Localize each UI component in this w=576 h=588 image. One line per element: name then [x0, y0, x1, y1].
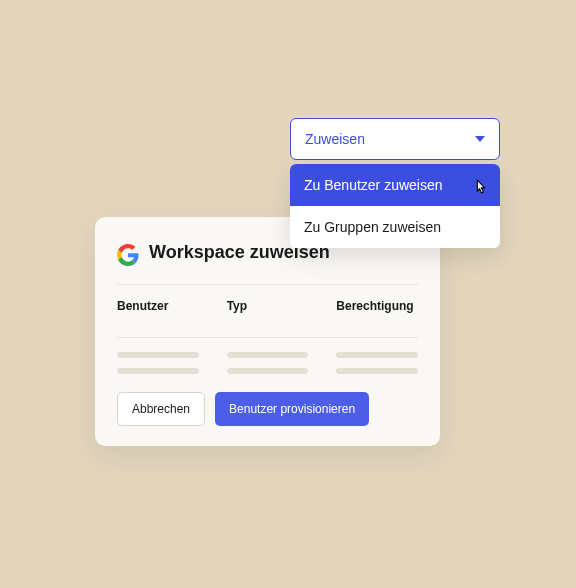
cancel-button[interactable]: Abbrechen	[117, 392, 205, 426]
assign-dropdown-label: Zuweisen	[305, 131, 365, 147]
dropdown-item-assign-user[interactable]: Zu Benutzer zuweisen	[290, 164, 500, 206]
dropdown-item-label: Zu Benutzer zuweisen	[304, 177, 443, 193]
column-permission: Berechtigung	[336, 299, 418, 313]
button-row: Abbrechen Benutzer provisionieren	[117, 392, 418, 426]
google-logo-icon	[117, 244, 139, 266]
workspace-assign-card: Workspace zuweisen Benutzer Typ Berechti…	[95, 217, 440, 446]
table-row	[117, 352, 418, 358]
dropdown-item-label: Zu Gruppen zuweisen	[304, 219, 441, 235]
column-user: Benutzer	[117, 299, 199, 313]
table-header: Benutzer Typ Berechtigung	[117, 299, 418, 327]
caret-down-icon	[475, 136, 485, 142]
table-row	[117, 368, 418, 374]
divider	[117, 337, 418, 338]
dropdown-item-assign-group[interactable]: Zu Gruppen zuweisen	[290, 206, 500, 248]
divider	[117, 284, 418, 285]
skeleton-cell	[117, 368, 199, 374]
assign-dropdown-trigger[interactable]: Zuweisen	[290, 118, 500, 160]
skeleton-cell	[227, 352, 309, 358]
provision-users-button[interactable]: Benutzer provisionieren	[215, 392, 369, 426]
assign-dropdown-menu: Zu Benutzer zuweisen Zu Gruppen zuweisen	[290, 164, 500, 248]
column-type: Typ	[227, 299, 309, 313]
skeleton-cell	[336, 368, 418, 374]
skeleton-cell	[227, 368, 309, 374]
assign-dropdown: Zuweisen Zu Benutzer zuweisen Zu Gruppen…	[290, 118, 500, 248]
skeleton-cell	[117, 352, 199, 358]
skeleton-cell	[336, 352, 418, 358]
cursor-pointer-icon	[470, 177, 492, 199]
